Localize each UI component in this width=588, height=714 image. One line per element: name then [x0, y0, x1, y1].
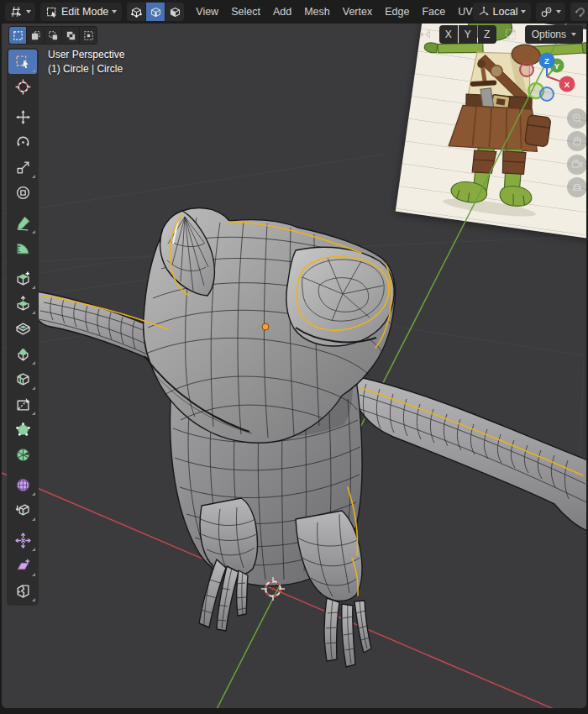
viewport-3d[interactable]: Y Z X — [2, 24, 586, 708]
camera-icon — [571, 159, 583, 171]
menu-view[interactable]: View — [196, 6, 218, 18]
edit-mode-icon — [45, 6, 58, 18]
camera-view-button[interactable] — [567, 155, 586, 175]
mesh-wireframe-frog[interactable]: Y Z X — [2, 24, 586, 708]
select-mode-intersect-button[interactable] — [80, 27, 97, 44]
menu-vertex[interactable]: Vertex — [343, 6, 372, 18]
viewport-overlay-text: User Perspective (1) Circle | Circle — [48, 48, 124, 76]
options-dropdown[interactable]: Options — [525, 25, 583, 44]
tool-edge-slide[interactable] — [8, 498, 37, 522]
face-select-button[interactable] — [165, 3, 184, 21]
mirror-x-button[interactable]: X — [439, 25, 458, 44]
object-origin-dot[interactable] — [262, 323, 269, 330]
editor-type-button[interactable] — [5, 3, 35, 21]
pan-button[interactable] — [567, 131, 586, 151]
mode-dropdown[interactable]: Edit Mode — [40, 3, 122, 21]
pivot-point-dropdown[interactable] — [536, 3, 565, 21]
transform-orientation-dropdown[interactable]: Local — [473, 3, 532, 21]
tool-shrink-fatten[interactable] — [8, 528, 37, 553]
gizmo-x-label: X — [564, 80, 570, 89]
vertex-select-icon — [130, 6, 143, 18]
tool-annotate[interactable] — [8, 211, 37, 235]
tool-scale[interactable] — [8, 155, 37, 180]
tool-move[interactable] — [8, 105, 37, 129]
mirror-axis-group: X Y Z — [439, 25, 496, 44]
menu-mesh[interactable]: Mesh — [304, 6, 330, 18]
menu-select[interactable]: Select — [231, 6, 260, 18]
select-box-mode-group — [8, 26, 97, 45]
orientation-axes-icon — [478, 6, 490, 18]
view-perspective-label: User Perspective — [48, 48, 124, 62]
options-label: Options — [532, 29, 566, 40]
mirror-y-button[interactable]: Y — [459, 25, 477, 44]
toolbar — [7, 48, 39, 606]
tool-bevel[interactable] — [8, 342, 37, 366]
auto-merge-icon — [504, 28, 517, 41]
chevron-down-icon — [571, 33, 576, 36]
tool-add-cube[interactable] — [8, 266, 37, 291]
edge-select-button[interactable] — [146, 3, 165, 21]
select-mode-extend-button[interactable] — [27, 27, 44, 44]
vertex-select-button[interactable] — [127, 3, 145, 21]
mesh-select-mode-group — [127, 3, 184, 21]
snap-toggle-button[interactable] — [570, 3, 588, 21]
mirror-butterfly-icon — [418, 28, 432, 41]
tool-extrude-region[interactable] — [8, 291, 37, 316]
chevron-down-icon — [112, 10, 117, 13]
tool-loop-cut[interactable] — [8, 367, 37, 391]
orientation-label: Local — [493, 6, 518, 18]
viewport-header: Edit Mode View Select Add Mesh Vertex — [0, 0, 588, 24]
mirror-z-button[interactable]: Z — [478, 25, 496, 44]
gizmo-z-label: Z — [544, 56, 549, 66]
tool-transform[interactable] — [8, 181, 37, 205]
chevron-down-icon — [556, 10, 561, 13]
tool-inset-faces[interactable] — [8, 317, 37, 341]
tool-settings-right: X Y Z Options — [414, 25, 583, 44]
menu-uv[interactable]: UV — [458, 6, 472, 18]
chevron-down-icon — [521, 10, 526, 13]
menu-bar: View Select Add Mesh Vertex Edge Face UV — [196, 6, 472, 18]
zoom-icon — [571, 113, 583, 124]
auto-merge-button[interactable] — [500, 25, 522, 44]
edge-select-icon — [150, 6, 162, 18]
editor-type-3d-viewport-icon — [9, 5, 23, 18]
tool-rotate[interactable] — [8, 130, 37, 155]
gizmo-y-label: Y — [554, 61, 560, 71]
hand-icon — [571, 135, 583, 147]
header-right-controls: Local — [473, 3, 588, 21]
tool-spin[interactable] — [8, 443, 37, 467]
grid-icon — [571, 181, 583, 193]
active-object-label: (1) Circle | Circle — [48, 62, 124, 76]
mirror-button[interactable] — [414, 25, 436, 44]
tool-poly-build[interactable] — [8, 417, 37, 442]
face-select-icon — [169, 6, 181, 18]
tool-rip-region[interactable] — [8, 579, 37, 603]
tool-cursor[interactable] — [8, 75, 37, 99]
tool-smooth[interactable] — [8, 473, 37, 497]
gizmo-neg-z-ball[interactable] — [540, 87, 554, 101]
select-mode-subtract-button[interactable] — [45, 27, 61, 44]
tool-shear[interactable] — [8, 554, 37, 578]
mode-dropdown-label: Edit Mode — [61, 6, 108, 18]
tool-knife[interactable] — [8, 392, 37, 417]
tool-measure[interactable] — [8, 236, 37, 260]
menu-add[interactable]: Add — [273, 6, 291, 18]
select-mode-set-button[interactable] — [9, 27, 26, 44]
chevron-down-icon — [26, 10, 31, 13]
pivot-point-icon — [540, 6, 553, 18]
gizmo-neg-x-ball[interactable] — [520, 63, 533, 76]
grid-toggle-button[interactable] — [567, 177, 586, 197]
axis-gizmo[interactable]: Y Z X — [520, 53, 575, 102]
select-mode-difference-button[interactable] — [62, 27, 79, 44]
menu-face[interactable]: Face — [422, 6, 445, 18]
menu-edge[interactable]: Edge — [385, 6, 409, 18]
tool-select-box[interactable] — [8, 50, 37, 74]
zoom-button[interactable] — [567, 108, 586, 129]
snap-magnet-icon — [574, 6, 586, 18]
